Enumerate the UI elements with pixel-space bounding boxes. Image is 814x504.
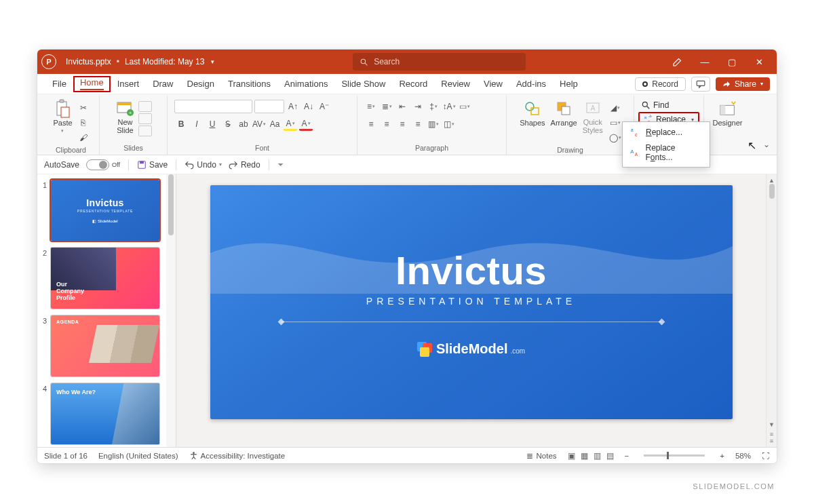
tab-home-highlighted[interactable]: Home: [73, 76, 111, 92]
tab-review[interactable]: Review: [434, 74, 477, 94]
paste-button[interactable]: Paste▾: [52, 100, 73, 134]
shrink-font-button[interactable]: A↓: [302, 100, 315, 113]
tab-view[interactable]: View: [477, 74, 509, 94]
autosave-toggle[interactable]: [86, 159, 109, 170]
maximize-button[interactable]: ▢: [718, 50, 745, 74]
undo-button[interactable]: Undo▾: [185, 160, 222, 170]
clear-format-button[interactable]: A⁻: [317, 100, 331, 113]
zoom-in-button[interactable]: +: [720, 452, 724, 460]
section-button[interactable]: [138, 125, 152, 136]
smartart-button[interactable]: ◫: [442, 117, 456, 131]
numbering-button[interactable]: ≣: [380, 100, 393, 113]
prev-slide-icon[interactable]: ≡: [770, 431, 773, 438]
tab-design[interactable]: Design: [180, 74, 221, 94]
chevron-down-icon[interactable]: ▾: [211, 58, 214, 65]
fit-window-button[interactable]: ⛶: [762, 452, 770, 460]
scrollbar-handle[interactable]: [769, 184, 775, 199]
align-center-button[interactable]: ≡: [380, 117, 393, 131]
record-button[interactable]: Record: [635, 77, 686, 91]
scroll-up-icon[interactable]: ▲: [769, 177, 775, 184]
normal-view-button[interactable]: ▣: [568, 451, 575, 461]
copy-button[interactable]: ⎘: [77, 116, 90, 130]
close-button[interactable]: ✕: [745, 50, 773, 74]
accessibility-status[interactable]: Accessibility: Investigate: [189, 451, 286, 460]
highlight-button[interactable]: A: [284, 117, 297, 131]
tab-file[interactable]: File: [45, 74, 73, 94]
slide-canvas[interactable]: Invictus PRESENTATION TEMPLATE SlideMode…: [210, 185, 733, 419]
slide-counter[interactable]: Slide 1 of 16: [44, 452, 88, 460]
underline-button[interactable]: U: [206, 117, 219, 131]
tab-help[interactable]: Help: [553, 74, 585, 94]
search-input[interactable]: Search: [353, 53, 526, 71]
shape-effects-button[interactable]: ◯: [608, 131, 622, 144]
notes-button[interactable]: ≣Notes: [526, 451, 556, 461]
grow-font-button[interactable]: A↑: [286, 100, 300, 113]
next-slide-icon[interactable]: ≡: [770, 438, 773, 444]
italic-button[interactable]: I: [190, 117, 204, 131]
bold-button[interactable]: B: [174, 117, 188, 131]
minimize-button[interactable]: —: [691, 50, 718, 74]
new-slide-button[interactable]: + New Slide: [115, 100, 136, 134]
tab-transitions[interactable]: Transitions: [221, 74, 277, 94]
change-case-button[interactable]: Aa: [268, 117, 282, 131]
arrange-button[interactable]: Arrange: [549, 100, 579, 127]
canvas-scrollbar[interactable]: ▲ ▼ ≡ ≡: [766, 174, 777, 447]
comments-button[interactable]: [691, 77, 710, 92]
thumbnail-slide-1[interactable]: Invictus PRESENTATION TEMPLATE ◧ SlideMo…: [51, 180, 159, 241]
quick-styles-button[interactable]: AQuick Styles: [581, 100, 604, 134]
char-spacing-button[interactable]: AV: [252, 117, 266, 131]
designer-button[interactable]: Designer: [711, 100, 743, 127]
tab-draw[interactable]: Draw: [146, 74, 180, 94]
zoom-slider[interactable]: [644, 454, 705, 457]
find-button[interactable]: Find: [638, 100, 672, 111]
coming-soon-icon[interactable]: [664, 50, 691, 74]
tab-insert[interactable]: Insert: [111, 74, 147, 94]
shape-fill-button[interactable]: ◢: [608, 101, 622, 115]
share-button[interactable]: Share▾: [716, 77, 770, 91]
bullets-button[interactable]: ≡: [364, 100, 378, 113]
thumb-row-3[interactable]: 3 AGENDA: [39, 315, 172, 376]
tab-animations[interactable]: Animations: [277, 74, 334, 94]
thumb-row-2[interactable]: 2 Our Company Profile: [39, 248, 172, 309]
shadow-button[interactable]: ab: [237, 117, 250, 131]
qat-customize-button[interactable]: ⏷: [277, 161, 284, 168]
save-button[interactable]: Save: [137, 160, 168, 170]
redo-button[interactable]: Redo: [229, 160, 260, 170]
shapes-button[interactable]: Shapes: [518, 100, 546, 127]
layout-button[interactable]: [138, 101, 152, 112]
thumb-row-4[interactable]: 4 Who We Are?: [39, 383, 172, 444]
tab-slideshow[interactable]: Slide Show: [334, 74, 392, 94]
strike-button[interactable]: S̶: [221, 117, 235, 131]
ribbon-collapse-button[interactable]: ⌄: [763, 140, 770, 149]
reset-button[interactable]: [138, 113, 152, 124]
zoom-out-button[interactable]: −: [625, 452, 629, 460]
slideshow-view-button[interactable]: ▤: [606, 451, 614, 461]
font-color-button[interactable]: A: [299, 117, 313, 131]
font-family-select[interactable]: [174, 100, 252, 113]
reading-view-button[interactable]: ▥: [594, 451, 601, 461]
menu-item-replace[interactable]: ac Replace...: [623, 124, 710, 140]
thumbnails-scrollbar[interactable]: [166, 174, 176, 447]
thumb-row-1[interactable]: 1 Invictus PRESENTATION TEMPLATE ◧ Slide…: [39, 180, 172, 241]
shape-outline-button[interactable]: ▭: [608, 116, 622, 130]
text-direction-button[interactable]: ↕A: [442, 100, 456, 113]
cut-button[interactable]: ✂: [77, 101, 90, 115]
thumbnail-slide-2[interactable]: Our Company Profile: [51, 248, 159, 309]
format-painter-button[interactable]: 🖌: [77, 131, 90, 144]
line-spacing-button[interactable]: ‡: [427, 100, 440, 113]
thumbnail-slide-4[interactable]: Who We Are?: [51, 383, 159, 444]
justify-button[interactable]: ≡: [411, 117, 425, 131]
font-size-select[interactable]: [254, 100, 284, 113]
align-left-button[interactable]: ≡: [364, 117, 378, 131]
thumbnail-slide-3[interactable]: AGENDA: [51, 315, 159, 376]
increase-indent-button[interactable]: ⇥: [411, 100, 425, 113]
align-right-button[interactable]: ≡: [395, 117, 409, 131]
decrease-indent-button[interactable]: ⇤: [395, 100, 409, 113]
align-text-button[interactable]: ▭: [458, 100, 471, 113]
language-status[interactable]: English (United States): [98, 452, 178, 460]
menu-item-replace-fonts[interactable]: AA Replace Fonts...: [623, 140, 710, 165]
zoom-level[interactable]: 58%: [735, 452, 751, 460]
columns-button[interactable]: ▥: [427, 117, 440, 131]
scroll-down-icon[interactable]: ▼: [769, 421, 775, 428]
sorter-view-button[interactable]: ▦: [581, 451, 588, 461]
